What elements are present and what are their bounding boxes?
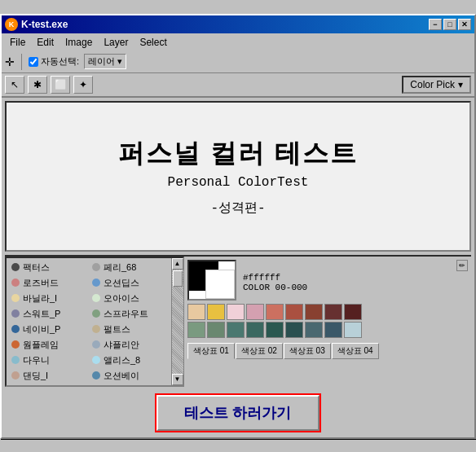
layer-item[interactable]: 댄딩_I [8,368,89,384]
layer-dot [11,294,20,302]
toolbar: ✛ 자동선택: 레이어 ▾ [2,51,474,73]
color-cell[interactable] [324,304,342,320]
menu-select[interactable]: Select [134,35,171,50]
layer-item[interactable]: 로즈버드 [8,275,89,291]
color-hex-value: #ffffff [243,273,468,283]
scroll-track [172,270,183,374]
layer-dot [11,371,20,380]
menu-file[interactable]: File [5,35,30,50]
tab-color-01[interactable]: 색상표 01 [187,343,235,359]
transform-tool-button[interactable]: ✦ [73,76,93,94]
menu-bar: File Edit Image Layer Select [2,33,474,51]
layer-item[interactable]: 팩터스 [8,260,89,275]
color-cell[interactable] [246,322,264,338]
layer-name: 앨리스_8 [104,354,140,366]
color-cell[interactable] [285,304,303,320]
layers-scrollbar[interactable]: ▲ ▼ [171,258,183,385]
color-cell[interactable] [187,322,205,338]
layers-list: 팩터스 페리_68 로즈버드 오션딥스 바닐라_I [7,258,171,385]
tab-color-02[interactable]: 색상표 02 [236,343,283,359]
layer-item[interactable]: 스프라우트 [89,306,170,322]
color-pick-button[interactable]: Color Pick ▾ [402,76,471,94]
menu-layer[interactable]: Layer [99,35,133,50]
canvas-english-title: Personal ColorTest [168,175,309,190]
layer-dot [92,294,100,302]
color-panel: ✏ #ffffff COLOR 00-000 [184,257,471,387]
menu-image[interactable]: Image [60,35,97,50]
scroll-up-arrow[interactable]: ▲ [172,258,183,270]
layer-item[interactable]: 오아이스 [89,291,170,306]
edit-color-icon[interactable]: ✏ [456,260,468,271]
minimize-button[interactable]: − [429,19,442,30]
layer-name: 로즈버드 [23,277,59,289]
color-info: #ffffff COLOR 00-000 [243,273,468,292]
layer-item[interactable]: 앨리스_8 [89,353,170,368]
color-cell[interactable] [227,304,245,320]
layer-dropdown[interactable]: 레이어 ▾ [84,54,126,69]
layer-item[interactable]: 오션베이 [89,368,170,384]
layer-name: 오션베이 [104,370,139,382]
color-cell[interactable] [305,304,323,320]
layer-dropdown-label: 레이어 ▾ [88,55,122,68]
close-button[interactable]: ✕ [458,19,471,30]
color-preview-row: ✏ #ffffff COLOR 00-000 [187,260,468,301]
layer-dot [11,279,20,287]
scroll-thumb[interactable] [173,270,183,287]
color-cell[interactable] [207,322,225,338]
color-cell[interactable] [344,304,362,320]
layer-dot [92,279,100,287]
layer-item[interactable]: 네이비_P [8,322,89,337]
layer-name: 팩터스 [23,261,50,274]
layer-item[interactable]: 펄트스 [89,322,170,337]
layer-dot [11,309,20,318]
scroll-down-arrow[interactable]: ▼ [172,374,183,385]
color-cell[interactable] [266,322,284,338]
layer-item[interactable]: 스워트_P [8,306,89,322]
window-title: K-test.exe [21,19,68,30]
menu-edit[interactable]: Edit [32,35,59,50]
layer-item[interactable]: 웜플레임 [8,337,89,353]
maximize-button[interactable]: □ [443,19,456,30]
color-code-value: COLOR 00-000 [243,283,468,292]
color-cell[interactable] [227,322,245,338]
layer-name: 댄딩_I [23,370,48,382]
tab-color-03[interactable]: 색상표 03 [284,343,331,359]
layer-name: 페리_68 [104,261,136,274]
title-bar: K K-test.exe − □ ✕ [2,15,474,33]
layer-name: 웜플레임 [23,339,59,351]
layer-item[interactable]: 바닐라_I [8,291,89,306]
layer-name: 다우니 [23,354,50,366]
layer-dot [11,263,20,271]
color-cell[interactable] [324,322,342,338]
canvas-korean-title: 퍼스널 컬러 테스트 [118,136,358,172]
separator [21,54,22,70]
lasso-tool-button[interactable]: ✱ [28,76,47,94]
main-window: K K-test.exe − □ ✕ File Edit Image Layer… [0,14,476,439]
layer-item[interactable]: 샤플리안 [89,337,170,353]
color-cell[interactable] [344,322,362,338]
layer-item[interactable]: 다우니 [8,353,89,368]
move-tool-icon[interactable]: ✛ [5,55,15,68]
crop-tool-button[interactable]: ⬜ [51,76,70,94]
color-grid [187,304,468,338]
auto-select-label: 자동선택: [41,55,79,68]
auto-select-container: 자동선택: [29,55,79,68]
layer-dot [92,371,100,380]
layer-dot [92,356,100,364]
cta-button[interactable]: 테스트 하러가기 [156,395,319,431]
layer-item[interactable]: 페리_68 [89,260,170,275]
select-tool-button[interactable]: ↖ [5,76,24,94]
color-cell[interactable] [305,322,323,338]
color-cell[interactable] [187,304,205,320]
color-swatch-box [187,260,236,301]
color-cell[interactable] [285,322,303,338]
auto-select-checkbox[interactable] [29,57,38,67]
color-cell[interactable] [207,304,225,320]
layer-item[interactable]: 오션딥스 [89,275,170,291]
color-cell[interactable] [266,304,284,320]
color-cell[interactable] [246,304,264,320]
title-bar-left: K K-test.exe [5,18,68,31]
layer-dot [92,309,100,318]
tab-color-04[interactable]: 색상표 04 [332,343,379,359]
color-tabs: 색상표 01 색상표 02 색상표 03 색상표 04 [187,343,468,359]
